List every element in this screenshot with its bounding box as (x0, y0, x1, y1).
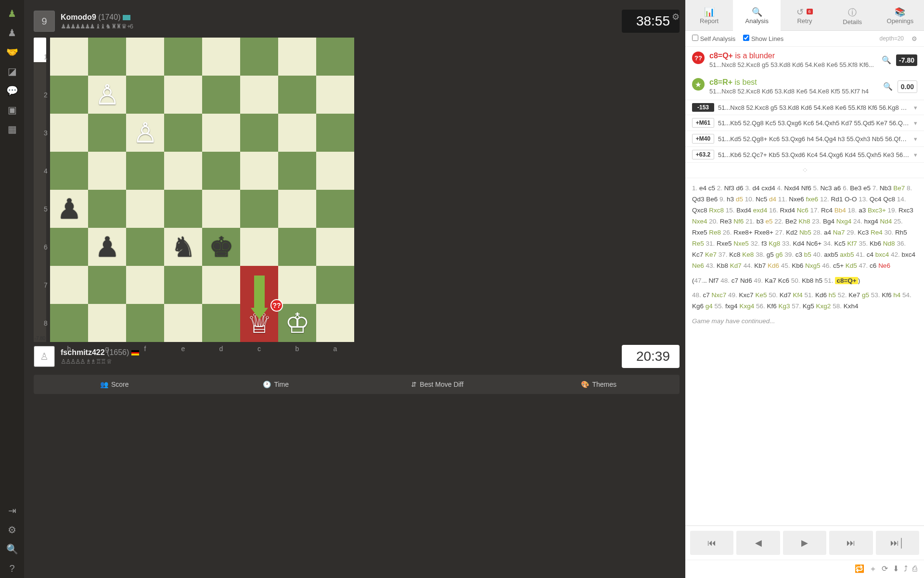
square-c4[interactable] (240, 152, 278, 190)
piece[interactable]: ♙ (133, 117, 158, 149)
tab-openings[interactable]: 📚Openings (876, 0, 924, 31)
pgn-icon[interactable]: ⎙ (912, 565, 917, 573)
square-b3[interactable] (278, 114, 316, 152)
top-player-name[interactable]: Komodo9 (61, 13, 96, 21)
square-c5[interactable] (240, 190, 278, 228)
piece[interactable]: ♞ (171, 231, 196, 263)
puzzle-icon[interactable]: ◪ (0, 62, 24, 81)
chat-icon[interactable]: 💬 (0, 81, 24, 100)
square-a1[interactable] (316, 38, 354, 76)
square-e4[interactable] (164, 152, 202, 190)
square-h2[interactable] (50, 76, 88, 114)
expand-icon[interactable]: ▾ (914, 151, 917, 158)
square-d2[interactable] (202, 76, 240, 114)
prev-move-button[interactable]: ◀ (736, 531, 780, 555)
share-icon[interactable]: ⤴ (904, 565, 908, 573)
square-b6[interactable] (278, 228, 316, 266)
square-g1[interactable] (88, 38, 126, 76)
square-f5[interactable] (126, 190, 164, 228)
tab-retry[interactable]: ↺ 6Retry (781, 0, 828, 31)
add-icon[interactable]: ＋ (869, 565, 877, 573)
square-f6[interactable] (126, 228, 164, 266)
first-move-button[interactable]: ⏮ (690, 531, 733, 555)
bottom-tab-best-move-diff[interactable]: ⇵Best Move Diff (357, 375, 518, 394)
end-button[interactable]: ⏭│ (876, 531, 919, 555)
bottom-tab-time[interactable]: 🕐Time (195, 375, 357, 394)
square-g8[interactable] (88, 304, 126, 342)
piece[interactable]: ♟ (95, 231, 120, 263)
square-f3[interactable]: ♙ (126, 114, 164, 152)
collapse-icon[interactable]: ⇥ (0, 501, 24, 520)
square-g3[interactable] (88, 114, 126, 152)
settings-icon[interactable]: ⚙ (0, 520, 24, 539)
engine-line[interactable]: -15351...Nxc8 52.Kxc8 g5 53.Kd8 Kd6 54.K… (685, 100, 924, 115)
square-c2[interactable] (240, 76, 278, 114)
help-icon[interactable]: ? (0, 559, 24, 578)
handshake-icon[interactable]: 🤝 (0, 42, 24, 62)
square-f7[interactable] (126, 266, 164, 304)
square-b5[interactable] (278, 190, 316, 228)
expand-icon[interactable]: ▾ (914, 119, 917, 127)
square-e8[interactable] (164, 304, 202, 342)
search-icon[interactable]: 🔍 (0, 539, 24, 559)
piece[interactable]: ♙ (95, 79, 120, 111)
search-icon[interactable]: 🔍 (882, 55, 891, 65)
square-a8[interactable] (316, 304, 354, 342)
pawn-icon[interactable]: ♟ (0, 4, 24, 23)
friends-icon[interactable]: ▣ (0, 100, 24, 119)
download-icon[interactable]: ⬇ (893, 565, 899, 573)
square-f4[interactable] (126, 152, 164, 190)
expand-icon[interactable]: ▾ (914, 104, 917, 111)
last-move-button[interactable]: ⏭ (829, 531, 873, 555)
square-d3[interactable] (202, 114, 240, 152)
square-d5[interactable] (202, 190, 240, 228)
square-a3[interactable] (316, 114, 354, 152)
moves-list[interactable]: 1. e4 c5 2. Nf3 d6 3. d4 cxd4 4. Nxd4 Nf… (685, 178, 924, 525)
square-f1[interactable] (126, 38, 164, 76)
piece[interactable]: ♟ (57, 193, 82, 225)
square-a6[interactable] (316, 228, 354, 266)
square-f2[interactable] (126, 76, 164, 114)
square-d6[interactable]: ♚ (202, 228, 240, 266)
square-f8[interactable] (126, 304, 164, 342)
square-d4[interactable] (202, 152, 240, 190)
square-e1[interactable] (164, 38, 202, 76)
square-e7[interactable] (164, 266, 202, 304)
square-b1[interactable] (278, 38, 316, 76)
flip-icon[interactable]: 🔁 (855, 565, 864, 573)
square-b2[interactable] (278, 76, 316, 114)
square-h3[interactable] (50, 114, 88, 152)
square-b8[interactable]: ♔ (278, 304, 316, 342)
piece[interactable]: ♔ (285, 307, 310, 340)
tournament-icon[interactable]: ♟ (0, 23, 24, 42)
square-h8[interactable] (50, 304, 88, 342)
square-e6[interactable]: ♞ (164, 228, 202, 266)
square-c1[interactable] (240, 38, 278, 76)
tab-analysis[interactable]: 🔍Analysis (733, 0, 781, 31)
square-e5[interactable] (164, 190, 202, 228)
search-icon[interactable]: 🔍 (883, 82, 893, 91)
square-a7[interactable] (316, 266, 354, 304)
square-h4[interactable] (50, 152, 88, 190)
square-h1[interactable] (50, 38, 88, 76)
piece[interactable]: ♚ (209, 231, 234, 263)
square-d7[interactable] (202, 266, 240, 304)
square-g4[interactable] (88, 152, 126, 190)
square-h6[interactable] (50, 228, 88, 266)
bottom-tab-themes[interactable]: 🎨Themes (518, 375, 680, 394)
square-d1[interactable] (202, 38, 240, 76)
square-d8[interactable] (202, 304, 240, 342)
engine-line[interactable]: +63.251...Kb6 52.Qc7+ Kb5 53.Qxd6 Kc4 54… (685, 147, 924, 163)
chess-board[interactable]: ♙♙♟♟♞♚♕♔ (50, 38, 354, 342)
square-g7[interactable] (88, 266, 126, 304)
square-a4[interactable] (316, 152, 354, 190)
square-c3[interactable] (240, 114, 278, 152)
square-g2[interactable]: ♙ (88, 76, 126, 114)
square-h5[interactable]: ♟ (50, 190, 88, 228)
tab-details[interactable]: ⓘDetails (829, 0, 876, 31)
next-move-button[interactable]: ▶ (783, 531, 826, 555)
critique-best[interactable]: ★c8=R+ is best51...Nxc8 52.Kxc8 Kd6 53.K… (685, 73, 924, 100)
square-b7[interactable] (278, 266, 316, 304)
tab-report[interactable]: 📊Report (685, 0, 733, 31)
show-lines-checkbox[interactable]: Show Lines (743, 35, 783, 42)
